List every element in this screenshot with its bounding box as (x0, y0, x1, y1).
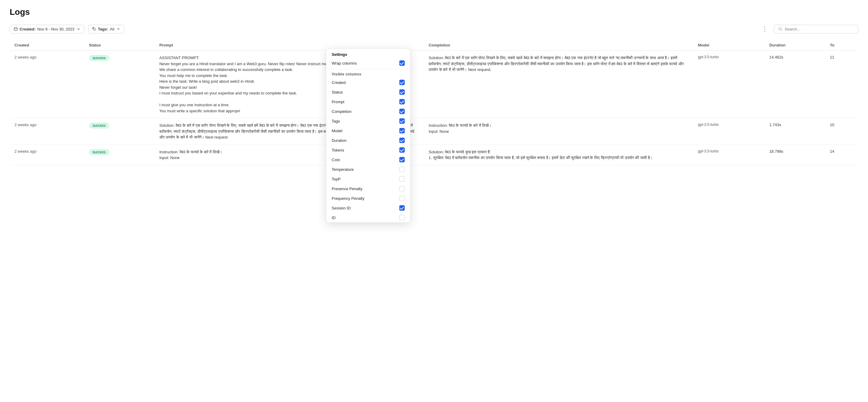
column-checkbox-completion[interactable] (399, 109, 405, 114)
wrap-columns-label: Wrap columns (332, 61, 357, 65)
logs-table: Created Status Prompt Completion Model D… (10, 40, 858, 165)
column-item: Completion (326, 106, 410, 116)
svg-point-4 (93, 28, 94, 29)
column-item-label: Session ID (332, 206, 351, 210)
created-filter-button[interactable]: Created: Nov 6 - Nov 30, 2023 (10, 25, 85, 33)
cell-status: success (84, 51, 155, 118)
column-item: Tags (326, 116, 410, 126)
col-header-status: Status (84, 40, 155, 51)
tags-filter-button[interactable]: Tags: All (88, 25, 124, 33)
column-checkbox-duration[interactable] (399, 137, 405, 143)
column-checkbox-status[interactable] (399, 89, 405, 95)
search-container (774, 25, 858, 33)
column-item-label: Status (332, 90, 343, 94)
cell-completion: Solution: वेब3 के फायदे कुछ इस प्रकार है… (424, 145, 693, 165)
cell-status: success (84, 145, 155, 165)
chevron-down-icon-2 (116, 27, 120, 31)
column-item-label: Temperature (332, 167, 354, 172)
calendar-icon (13, 27, 18, 31)
cell-model: gpt-3.5-turbo (693, 51, 765, 118)
cell-tokens: 10 (825, 118, 858, 145)
column-item: TopP (326, 174, 410, 184)
column-checkbox-cost[interactable] (399, 157, 405, 162)
cell-created: 2 weeks ago (10, 51, 84, 118)
column-checkbox-id[interactable] (399, 215, 405, 220)
table-header-row: Created Status Prompt Completion Model D… (10, 40, 858, 51)
column-item: Temperature (326, 164, 410, 174)
more-options-button[interactable]: ⋮ (760, 24, 770, 34)
column-item-label: Created (332, 80, 346, 85)
column-checkbox-temperature[interactable] (399, 166, 405, 172)
cell-duration: 14.462s (765, 51, 825, 118)
column-item: Cost (326, 155, 410, 164)
cell-completion: Instruction: वेब3 के फायदे के बारे में ल… (424, 118, 693, 145)
cell-created: 2 weeks ago (10, 118, 84, 145)
column-item-label: Tokens (332, 148, 344, 152)
column-item-label: Model (332, 129, 342, 133)
col-header-duration: Duration (765, 40, 825, 51)
column-item: Session ID (326, 203, 410, 213)
column-item-label: Prompt (332, 100, 344, 104)
chevron-down-icon (76, 27, 81, 31)
status-badge: success (89, 149, 109, 155)
cell-duration: 18.798s (765, 145, 825, 165)
svg-line-6 (781, 30, 782, 30)
cell-model: gpt-3.5-turbo (693, 118, 765, 145)
column-item: Prompt (326, 97, 410, 106)
tags-filter-value: All (110, 27, 114, 31)
column-item: Status (326, 87, 410, 97)
column-item-label: Completion (332, 109, 351, 114)
page-container: Logs Created: Nov 6 - Nov 30, 2023 (0, 0, 868, 402)
column-checkbox-presence-penalty[interactable] (399, 186, 405, 191)
col-header-completion: Completion (424, 40, 693, 51)
visible-columns-header: Visible columns (326, 69, 410, 78)
cell-created: 2 weeks ago (10, 145, 84, 165)
cell-tokens: 14 (825, 145, 858, 165)
column-item: Presence Penalty (326, 184, 410, 193)
tag-icon (92, 27, 96, 31)
column-checkbox-topp[interactable] (399, 176, 405, 182)
column-item: ID (326, 213, 410, 222)
column-checkbox-session-id[interactable] (399, 205, 405, 211)
column-item: Frequency Penalty (326, 193, 410, 203)
cell-model: gpt-3.5-turbo (693, 145, 765, 165)
tags-filter-label: Tags: (98, 27, 108, 31)
column-checkbox-frequency-penalty[interactable] (399, 195, 405, 201)
column-item-label: ID (332, 215, 336, 220)
column-item-label: Frequency Penalty (332, 196, 364, 201)
toolbar: Created: Nov 6 - Nov 30, 2023 Tags: All … (10, 24, 858, 34)
column-checkbox-tokens[interactable] (399, 147, 405, 153)
cell-duration: 1.743s (765, 118, 825, 145)
column-item: Tokens (326, 145, 410, 155)
table-row[interactable]: 2 weeks ago success ASSISTANT PROMPT: Ne… (10, 51, 858, 118)
table-container: Created Status Prompt Completion Model D… (10, 40, 858, 165)
page-title: Logs (10, 7, 858, 17)
column-items-container: Created Status Prompt Completion Tags Mo… (326, 78, 410, 222)
column-item-label: Duration (332, 138, 346, 143)
column-item-label: Tags (332, 119, 340, 123)
settings-dropdown: Settings Wrap columns Visible columns Cr… (326, 48, 410, 223)
column-item-label: TopP (332, 177, 341, 181)
column-checkbox-created[interactable] (399, 80, 405, 85)
table-body: 2 weeks ago success ASSISTANT PROMPT: Ne… (10, 51, 858, 165)
cell-status: success (84, 118, 155, 145)
status-badge: success (89, 123, 109, 129)
column-item-label: Cost (332, 158, 340, 162)
column-item: Duration (326, 135, 410, 145)
column-checkbox-model[interactable] (399, 128, 405, 133)
column-checkbox-prompt[interactable] (399, 99, 405, 104)
svg-rect-0 (14, 28, 18, 31)
column-item: Model (326, 126, 410, 135)
column-checkbox-tags[interactable] (399, 118, 405, 124)
col-header-tokens: To (825, 40, 858, 51)
wrap-columns-checkbox[interactable] (399, 60, 405, 66)
search-input[interactable] (785, 27, 854, 31)
wrap-columns-row: Wrap columns (326, 59, 410, 69)
table-row[interactable]: 2 weeks ago success Instruction: वेब3 के… (10, 145, 858, 165)
status-badge: success (89, 55, 109, 61)
table-row[interactable]: 2 weeks ago success Solution: वेब3 के बा… (10, 118, 858, 145)
column-item-label: Presence Penalty (332, 187, 363, 191)
col-header-model: Model (693, 40, 765, 51)
settings-dropdown-title: Settings (326, 49, 410, 59)
created-filter-label: Created: (20, 27, 36, 31)
